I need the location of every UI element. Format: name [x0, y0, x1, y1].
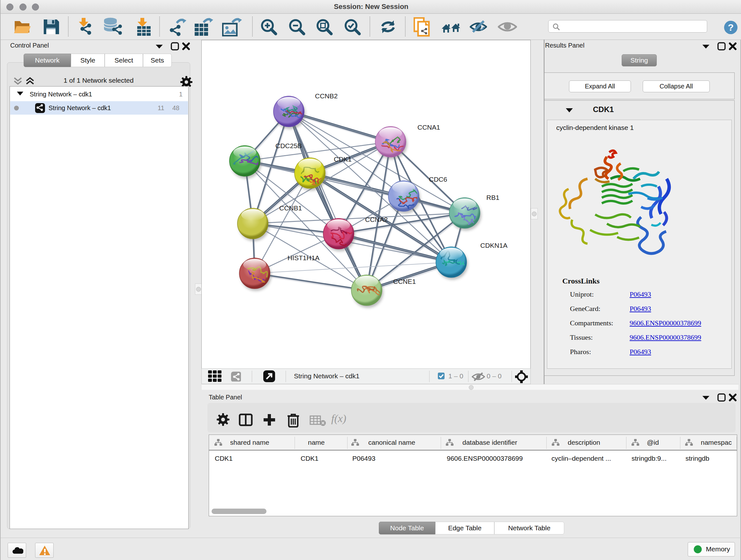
svg-text:CCNE1: CCNE1 [393, 278, 416, 285]
svg-text:CDC6: CDC6 [429, 176, 447, 183]
svg-text:CDKN1A: CDKN1A [480, 242, 508, 249]
svg-text:HIST1H1A: HIST1H1A [287, 254, 320, 261]
svg-text:CCNB2: CCNB2 [315, 92, 338, 100]
svg-text:CDK1: CDK1 [334, 155, 352, 163]
svg-text:RB1: RB1 [486, 194, 499, 201]
svg-text:CCNB1: CCNB1 [279, 204, 302, 212]
svg-text:CCNA2: CCNA2 [365, 216, 388, 223]
svg-text:CCNA1: CCNA1 [417, 124, 440, 131]
svg-text:CDC25B: CDC25B [275, 142, 302, 149]
